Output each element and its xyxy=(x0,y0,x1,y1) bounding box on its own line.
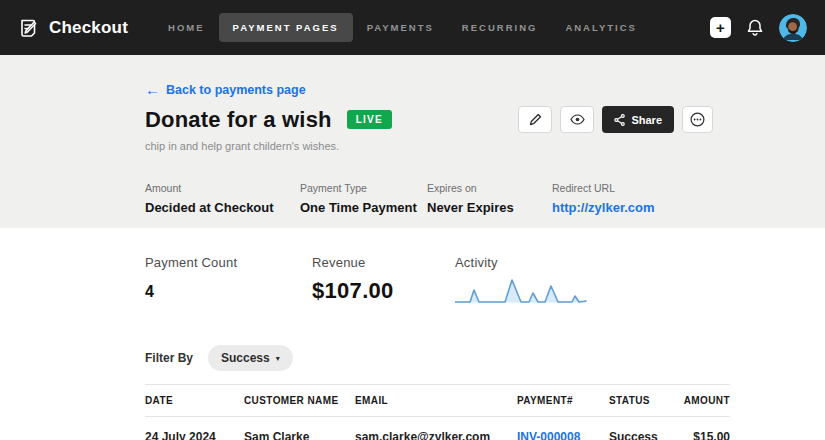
chevron-down-icon: ▾ xyxy=(276,354,280,363)
cell-customer-name: Sam Clarke xyxy=(244,417,355,440)
amount-label: Amount xyxy=(145,182,300,194)
back-arrow-icon: ← xyxy=(145,82,160,97)
cell-status: Success xyxy=(609,417,683,440)
status-filter-dropdown[interactable]: Success ▾ xyxy=(208,345,293,371)
page-subtitle: chip in and help grant childern's wishes… xyxy=(145,140,730,152)
column-header-payment-no: PAYMENT# xyxy=(517,385,609,417)
cell-date: 24 July 2024 xyxy=(145,417,244,440)
activity-label: Activity xyxy=(455,255,587,270)
payment-count-value: 4 xyxy=(145,283,312,301)
redirect-url-label: Redirect URL xyxy=(552,182,655,194)
revenue-value: $107.00 xyxy=(312,278,455,304)
nav-item-recurring[interactable]: RECURRING xyxy=(448,13,552,42)
edit-pencil-icon xyxy=(529,113,542,126)
add-icon: + xyxy=(716,20,725,35)
share-button[interactable]: Share xyxy=(602,106,674,133)
brand-name: Checkout xyxy=(49,18,128,38)
activity-sparkline xyxy=(455,276,587,306)
share-icon xyxy=(614,114,625,126)
payment-page-details: Amount Decided at Checkout Payment Type … xyxy=(145,182,730,215)
redirect-url-link[interactable]: http://zylker.com xyxy=(552,200,655,215)
column-header-amount: AMOUNT xyxy=(683,385,730,417)
main-section: Payment Count 4 Revenue $107.00 Activity… xyxy=(0,228,825,440)
more-options-icon xyxy=(690,112,705,127)
table-header-row: DATE CUSTOMER NAME EMAIL PAYMENT# STATUS… xyxy=(145,385,730,417)
page-actions: Share xyxy=(518,106,713,133)
nav-item-analytics[interactable]: ANALYTICS xyxy=(551,13,651,42)
column-header-date: DATE xyxy=(145,385,244,417)
cell-email: sam.clarke@zylker.com xyxy=(355,417,517,440)
preview-button[interactable] xyxy=(560,106,594,133)
column-header-customer-name: CUSTOMER NAME xyxy=(244,385,355,417)
top-nav: Checkout HOME PAYMENT PAGES PAYMENTS REC… xyxy=(0,0,825,55)
more-options-button[interactable] xyxy=(682,106,713,133)
page-title: Donate for a wish xyxy=(145,107,332,133)
avatar[interactable] xyxy=(779,14,807,42)
back-to-payments-link[interactable]: ← Back to payments page xyxy=(145,82,730,97)
status-badge: LIVE xyxy=(347,110,392,129)
expires-on-value: Never Expires xyxy=(427,200,552,215)
payment-type-label: Payment Type xyxy=(300,182,427,194)
stats-row: Payment Count 4 Revenue $107.00 Activity xyxy=(145,255,825,306)
payment-count-label: Payment Count xyxy=(145,255,312,270)
status-filter-value: Success xyxy=(221,351,270,365)
revenue-label: Revenue xyxy=(312,255,455,270)
brand[interactable]: Checkout xyxy=(18,17,128,39)
share-button-label: Share xyxy=(631,114,662,126)
filter-row: Filter By Success ▾ xyxy=(145,345,825,371)
nav-item-payments[interactable]: PAYMENTS xyxy=(353,13,448,42)
add-button[interactable]: + xyxy=(710,17,731,38)
notifications-bell-icon[interactable] xyxy=(746,18,764,37)
cell-payment-no-link[interactable]: INV-000008 xyxy=(517,417,609,440)
payments-table: DATE CUSTOMER NAME EMAIL PAYMENT# STATUS… xyxy=(145,384,730,440)
table-row: 24 July 2024 Sam Clarke sam.clarke@zylke… xyxy=(145,417,730,440)
amount-value: Decided at Checkout xyxy=(145,200,300,215)
back-link-label: Back to payments page xyxy=(166,83,306,97)
cell-amount: $15.00 xyxy=(683,417,730,440)
filter-by-label: Filter By xyxy=(145,351,193,365)
page-header-section: ← Back to payments page Donate for a wis… xyxy=(0,55,825,228)
nav-item-payment-pages[interactable]: PAYMENT PAGES xyxy=(219,13,353,42)
payment-type-value: One Time Payment xyxy=(300,200,427,215)
edit-button[interactable] xyxy=(518,106,552,133)
nav-menu: HOME PAYMENT PAGES PAYMENTS RECURRING AN… xyxy=(154,13,651,42)
checkout-logo-icon xyxy=(18,17,40,39)
column-header-status: STATUS xyxy=(609,385,683,417)
expires-on-label: Expires on xyxy=(427,182,552,194)
nav-item-home[interactable]: HOME xyxy=(154,13,219,42)
nav-right: + xyxy=(710,14,807,42)
preview-eye-icon xyxy=(570,114,585,125)
column-header-email: EMAIL xyxy=(355,385,517,417)
